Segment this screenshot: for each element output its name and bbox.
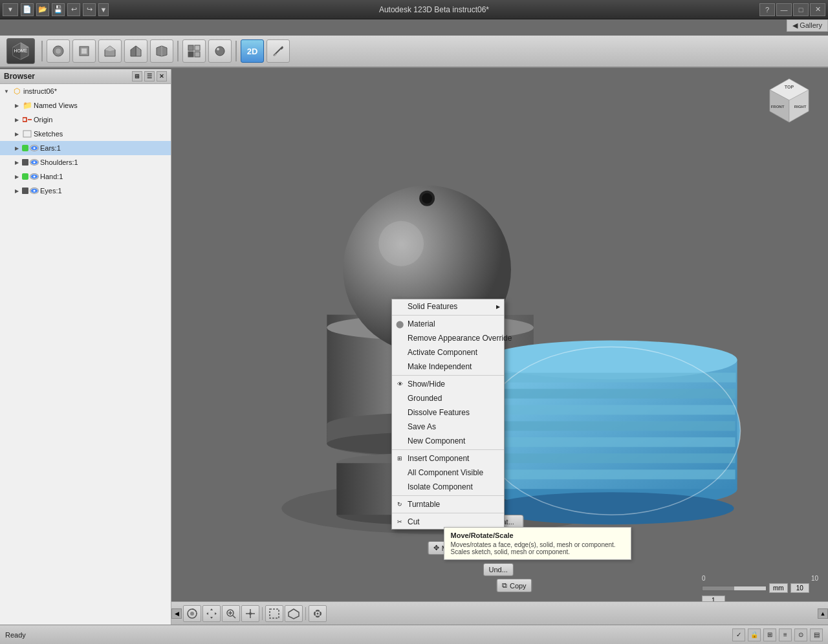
- status-icon-menu[interactable]: ▤: [810, 628, 823, 641]
- look-btn[interactable]: [241, 605, 259, 622]
- view-left-button[interactable]: [150, 39, 173, 63]
- browser-icon-2[interactable]: ☰: [144, 71, 155, 81]
- ctx-dissolve-features[interactable]: Dissolve Features: [392, 405, 504, 420]
- ctx-grounded[interactable]: Grounded: [392, 391, 504, 405]
- view-front-button[interactable]: [72, 39, 96, 63]
- hand-arrow: ▶: [13, 173, 21, 180]
- shoulders-indicator: [22, 159, 28, 166]
- app-menu-button[interactable]: ▼: [3, 3, 18, 16]
- bottom-right-arrow[interactable]: ▲: [818, 608, 828, 619]
- sidebar-item-named-views[interactable]: ▶ 📁 Named Views: [0, 98, 171, 113]
- 2d-button[interactable]: 2D: [241, 39, 264, 63]
- ctx-material[interactable]: ⬤ Material: [392, 317, 504, 331]
- status-icon-check[interactable]: ✓: [732, 628, 745, 641]
- minimize-button[interactable]: —: [776, 3, 792, 16]
- sidebar-item-eyes[interactable]: ▶ Eyes:1: [0, 184, 171, 198]
- close-button[interactable]: ✕: [810, 3, 825, 16]
- browser-root[interactable]: ▼ ⬡ instruct06*: [0, 84, 171, 98]
- quick-access-new[interactable]: 📄: [21, 3, 34, 16]
- maximize-button[interactable]: □: [793, 3, 809, 16]
- ctx-save-as[interactable]: Save As: [392, 420, 504, 434]
- copy-button[interactable]: ⧉ Copy: [496, 579, 532, 592]
- measure-button[interactable]: [267, 39, 290, 63]
- ctx-isolate-component[interactable]: Isolate Component: [392, 480, 504, 494]
- ctx-insert-component[interactable]: ⊞ Insert Component: [392, 451, 504, 466]
- status-icon-lock[interactable]: 🔒: [748, 628, 761, 641]
- orbit-btn[interactable]: [183, 605, 201, 622]
- svg-point-30: [34, 176, 36, 178]
- select-btn[interactable]: [265, 605, 283, 622]
- quick-access-undo[interactable]: ↩: [67, 3, 80, 16]
- ctx-all-component-visible[interactable]: All Component Visible: [392, 466, 504, 480]
- activate-component-icon: [395, 347, 405, 358]
- more-btn[interactable]: [309, 605, 327, 622]
- quick-access-more[interactable]: ▼: [98, 3, 109, 16]
- browser-icon-1[interactable]: ⊞: [132, 71, 142, 81]
- display-btn[interactable]: [285, 605, 303, 622]
- svg-line-74: [233, 616, 235, 618]
- ctx-new-component-label: New Component: [408, 436, 465, 445]
- sidebar-item-ears[interactable]: ▶ Ears:1: [0, 141, 171, 155]
- sidebar-item-origin[interactable]: ▶ Origin: [0, 113, 171, 127]
- ears-green-indicator: [22, 145, 28, 151]
- status-icon-layers[interactable]: ≡: [779, 628, 792, 641]
- tooltip-description: Moves/rotates a face, edge(s), solid, me…: [451, 541, 624, 555]
- ctx-all-component-visible-label: All Component Visible: [408, 468, 483, 477]
- view-home-button[interactable]: [47, 39, 70, 63]
- browser-header: Browser ⊞ ☰ ✕: [0, 69, 171, 84]
- svg-point-62: [488, 492, 734, 524]
- scale-bar: 0 10 mm 10 1: [702, 575, 818, 605]
- statusbar: Ready ✓ 🔒 ⊞ ≡ ⊙ ▤: [0, 625, 828, 644]
- ctx-show-hide[interactable]: 👁 Show/Hide: [392, 377, 504, 391]
- navigation-cube[interactable]: TOP FRONT RIGHT: [763, 76, 815, 127]
- tooltip: Move/Rotate/Scale Moves/rotates a face, …: [444, 527, 631, 560]
- ctx-activate-component[interactable]: Activate Component: [392, 345, 504, 360]
- app-menu-icon: ▼: [7, 6, 14, 13]
- view-right-button[interactable]: [124, 39, 147, 63]
- browser-header-icons: ⊞ ☰ ✕: [132, 71, 167, 81]
- ctx-remove-appearance[interactable]: Remove Appearance Override: [392, 331, 504, 345]
- help-button[interactable]: ?: [759, 3, 775, 16]
- view-top-button[interactable]: [98, 39, 122, 63]
- gallery-tab[interactable]: ◀ Gallery: [787, 19, 828, 32]
- insert-component-icon: ⊞: [395, 453, 405, 464]
- undo-button[interactable]: Und...: [483, 563, 513, 576]
- ctx-insert-component-label: Insert Component: [408, 454, 469, 463]
- ctx-make-independent[interactable]: Make Independent: [392, 360, 504, 374]
- solid-features-icon: [395, 301, 405, 312]
- svg-point-72: [190, 612, 194, 616]
- browser-close[interactable]: ✕: [157, 71, 167, 81]
- eyes-indicator: [22, 188, 28, 194]
- ctx-save-as-label: Save As: [408, 422, 436, 431]
- svg-point-50: [422, 193, 432, 204]
- render-button[interactable]: [208, 39, 232, 63]
- quick-access-open[interactable]: 📂: [36, 3, 49, 16]
- ctx-solid-features[interactable]: Solid Features: [392, 299, 504, 314]
- svg-point-28: [34, 162, 36, 164]
- quick-access-save[interactable]: 💾: [52, 3, 65, 16]
- 3d-viewport[interactable]: TOP FRONT RIGHT Solid Features ⬤ Materia…: [171, 69, 828, 625]
- turntable-icon: ↻: [395, 499, 405, 510]
- sidebar-item-shoulders[interactable]: ▶ Shoulders:1: [0, 155, 171, 169]
- pan-btn[interactable]: [202, 605, 221, 622]
- display-mode-button[interactable]: [182, 39, 206, 63]
- bottom-left-arrow[interactable]: ◀: [171, 608, 182, 619]
- status-icon-orbit[interactable]: ⊙: [794, 628, 807, 641]
- ctx-new-component[interactable]: New Component: [392, 434, 504, 448]
- zoom-btn[interactable]: [222, 605, 240, 622]
- ctx-turntable[interactable]: ↻ Turntable: [392, 497, 504, 511]
- root-label: instruct06*: [23, 87, 57, 95]
- svg-rect-80: [270, 609, 279, 618]
- named-views-arrow: ▶: [13, 102, 21, 109]
- svg-marker-10: [136, 46, 141, 56]
- svg-rect-57: [488, 405, 735, 414]
- sidebar-item-sketches[interactable]: ▶ Sketches: [0, 127, 171, 141]
- quick-access-redo[interactable]: ↪: [83, 3, 96, 16]
- grounded-icon: [395, 393, 405, 403]
- hand-eye-icon: [30, 173, 39, 180]
- svg-text:FRONT: FRONT: [771, 105, 785, 109]
- home-cube-button[interactable]: HOME: [6, 38, 35, 64]
- status-icon-grid[interactable]: ⊞: [763, 628, 776, 641]
- svg-marker-81: [289, 609, 299, 619]
- sidebar-item-hand[interactable]: ▶ Hand:1: [0, 169, 171, 184]
